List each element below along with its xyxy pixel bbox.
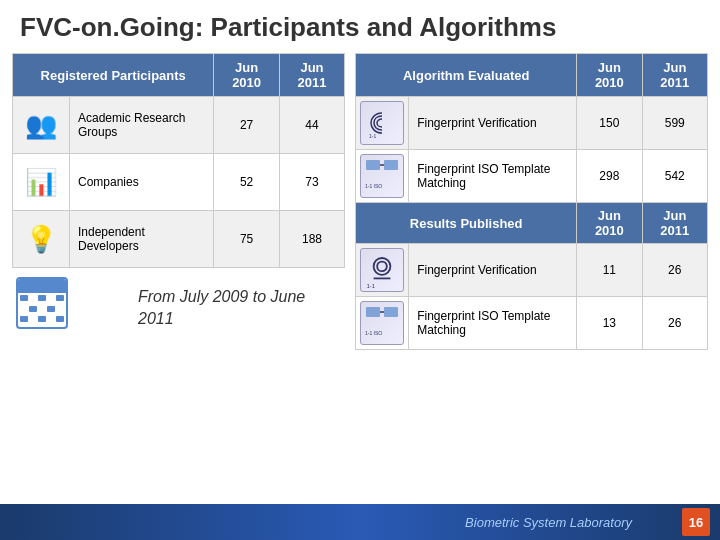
results-iso-icon-cell: 1-1 ISO bbox=[356, 297, 409, 350]
participants-header: Registered Participants bbox=[13, 54, 214, 97]
svg-text:1-1: 1-1 bbox=[369, 133, 376, 138]
svg-rect-1 bbox=[366, 160, 380, 170]
iso-svg: 1-1 ISO bbox=[364, 158, 400, 194]
results-iso-svg: 1-1 ISO bbox=[364, 305, 400, 341]
cal-cell bbox=[20, 306, 28, 312]
cal-cell bbox=[56, 295, 64, 301]
cal-cell bbox=[47, 316, 55, 322]
cal-cell bbox=[47, 306, 55, 312]
bottom-bar: Biometric System Laboratory 16 bbox=[0, 504, 720, 540]
cal-cell bbox=[56, 316, 64, 322]
fingerprint-svg: 1-1 bbox=[367, 108, 397, 138]
cal-body bbox=[18, 293, 66, 327]
cal-cell bbox=[38, 295, 46, 301]
academic-label: Academic Research Groups bbox=[70, 97, 214, 154]
companies-2011: 73 bbox=[279, 154, 344, 211]
cal-cell bbox=[29, 306, 37, 312]
cal-header bbox=[18, 279, 66, 293]
fp-verify-label: Fingerprint Verification bbox=[409, 97, 577, 150]
slide-title: FVC-on.Going: Participants and Algorithm… bbox=[0, 0, 720, 53]
independent-2010: 75 bbox=[214, 211, 279, 268]
academic-2011: 44 bbox=[279, 97, 344, 154]
table-row: 1-1 ISO Fingerprint ISO Template Matchin… bbox=[356, 150, 708, 203]
companies-2010: 52 bbox=[214, 154, 279, 211]
results-fp-2011: 26 bbox=[642, 244, 707, 297]
participants-table: Registered Participants Jun 2010 Jun 201… bbox=[12, 53, 345, 268]
results-published-label: Results Published bbox=[356, 203, 577, 244]
results-jun2010: Jun 2010 bbox=[577, 203, 642, 244]
fingerprint-iso-icon: 1-1 ISO bbox=[360, 154, 404, 198]
fingerprint-verify-icon: 1-1 bbox=[360, 101, 404, 145]
svg-point-6 bbox=[377, 262, 387, 272]
table-row: 👥 Academic Research Groups 27 44 bbox=[13, 97, 345, 154]
algorithms-table: Algorithm Evaluated Jun 2010 Jun 2011 bbox=[355, 53, 708, 350]
results-fp-icon-cell: 1-1 bbox=[356, 244, 409, 297]
calendar-icon bbox=[16, 277, 68, 329]
table-row: 1-1 ISO Fingerprint ISO Template Matchin… bbox=[356, 297, 708, 350]
results-iso-icon: 1-1 ISO bbox=[360, 301, 404, 345]
companies-label: Companies bbox=[70, 154, 214, 211]
academic-icon-cell: 👥 bbox=[13, 97, 70, 154]
results-fp-label: Fingerprint Verification bbox=[409, 244, 577, 297]
algorithm-header: Algorithm Evaluated bbox=[356, 54, 577, 97]
academic-2010: 27 bbox=[214, 97, 279, 154]
table-row: 1-1 Fingerprint Verification 11 26 bbox=[356, 244, 708, 297]
left-section: Registered Participants Jun 2010 Jun 201… bbox=[12, 53, 345, 350]
iso-label: Fingerprint ISO Template Matching bbox=[409, 150, 577, 203]
results-iso-label: Fingerprint ISO Template Matching bbox=[409, 297, 577, 350]
table-row: 💡 Independent Developers 75 188 bbox=[13, 211, 345, 268]
date-range-text: From July 2009 to June 2011 bbox=[78, 286, 345, 331]
results-published-header-row: Results Published Jun 2010 Jun 2011 bbox=[356, 203, 708, 244]
cal-cell bbox=[38, 306, 46, 312]
results-jun2011: Jun 2011 bbox=[642, 203, 707, 244]
svg-rect-2 bbox=[384, 160, 398, 170]
page-number: 16 bbox=[682, 508, 710, 536]
svg-text:1-1 ISO: 1-1 ISO bbox=[365, 330, 382, 336]
slide: FVC-on.Going: Participants and Algorithm… bbox=[0, 0, 720, 540]
fp-verify-icon-cell: 1-1 bbox=[356, 97, 409, 150]
cal-cell bbox=[29, 295, 37, 301]
algo-jun2011: Jun 2011 bbox=[642, 54, 707, 97]
main-content: Registered Participants Jun 2010 Jun 201… bbox=[0, 53, 720, 350]
companies-icon-cell: 📊 bbox=[13, 154, 70, 211]
cal-cell bbox=[20, 295, 28, 301]
results-fingerprint-icon: 1-1 bbox=[360, 248, 404, 292]
cal-cell bbox=[29, 316, 37, 322]
svg-point-5 bbox=[374, 258, 391, 275]
lab-name: Biometric System Laboratory bbox=[0, 515, 682, 530]
fp-verify-2011: 599 bbox=[642, 97, 707, 150]
iso-2011: 542 bbox=[642, 150, 707, 203]
participants-jun2011: Jun 2011 bbox=[279, 54, 344, 97]
cal-cell bbox=[56, 306, 64, 312]
svg-rect-10 bbox=[384, 307, 398, 317]
results-fp-svg: 1-1 bbox=[364, 252, 400, 288]
cal-cell bbox=[38, 316, 46, 322]
right-section: Algorithm Evaluated Jun 2010 Jun 2011 bbox=[355, 53, 708, 350]
results-iso-2011: 26 bbox=[642, 297, 707, 350]
academic-icon: 👥 bbox=[17, 101, 65, 149]
svg-rect-9 bbox=[366, 307, 380, 317]
participants-jun2010: Jun 2010 bbox=[214, 54, 279, 97]
independent-2011: 188 bbox=[279, 211, 344, 268]
results-iso-2010: 13 bbox=[577, 297, 642, 350]
svg-text:1-1: 1-1 bbox=[367, 283, 376, 288]
iso-icon-cell: 1-1 ISO bbox=[356, 150, 409, 203]
independent-icon-cell: 💡 bbox=[13, 211, 70, 268]
results-fp-2010: 11 bbox=[577, 244, 642, 297]
iso-2010: 298 bbox=[577, 150, 642, 203]
algo-jun2010: Jun 2010 bbox=[577, 54, 642, 97]
cal-cell bbox=[47, 295, 55, 301]
companies-icon: 📊 bbox=[17, 158, 65, 206]
independent-label: Independent Developers bbox=[70, 211, 214, 268]
calendar-section: From July 2009 to June 2011 bbox=[12, 276, 345, 331]
fp-verify-2010: 150 bbox=[577, 97, 642, 150]
cal-cell bbox=[20, 316, 28, 322]
svg-text:1-1 ISO: 1-1 ISO bbox=[365, 183, 382, 189]
table-row: 📊 Companies 52 73 bbox=[13, 154, 345, 211]
independent-icon: 💡 bbox=[17, 215, 65, 263]
table-row: 1-1 Fingerprint Verification 150 599 bbox=[356, 97, 708, 150]
